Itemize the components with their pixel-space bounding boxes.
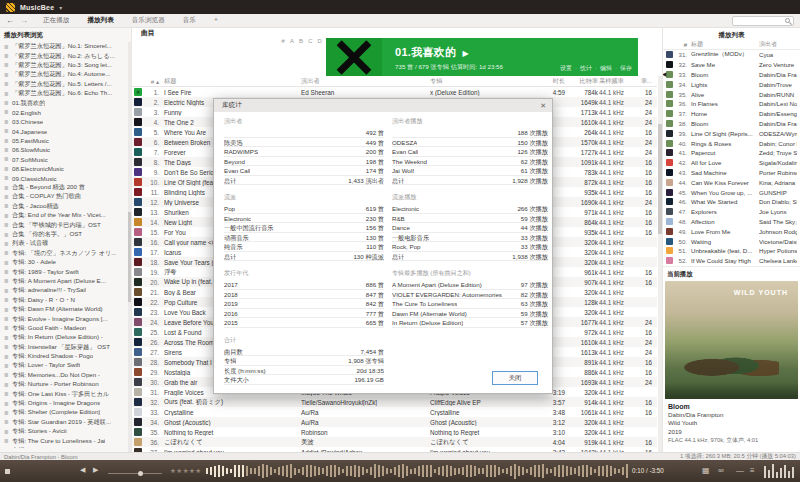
sidebar-item[interactable]: ≣列表 - 试音碟 bbox=[0, 239, 131, 248]
alphabet-letter[interactable]: C bbox=[308, 38, 312, 44]
track-row[interactable]: 36.こぼれなくて美波こぼれなくて4:04919k44.1 kHz16 bbox=[132, 437, 657, 447]
queue-row[interactable]: 40.Rings & RosesDabin; Conor B... bbox=[663, 138, 800, 148]
sidebar-item[interactable]: ≣专辑: One Last Kiss - 宇多田ヒカル bbox=[0, 389, 131, 398]
rating-stars[interactable]: ★★★★★ bbox=[170, 467, 202, 475]
sidebar-item[interactable]: ≣专辑: In Return (Deluxe Edition) - bbox=[0, 333, 131, 342]
queue-row[interactable]: 44.Can We Kiss ForeverKina; Adriana P... bbox=[663, 177, 800, 187]
banner-link[interactable]: 设置 bbox=[560, 65, 572, 71]
sidebar-item[interactable]: ≣专辑: 1989 - Taylor Swift bbox=[0, 267, 131, 276]
sidebar-item[interactable]: ≣03.Chinese bbox=[0, 117, 131, 126]
queue-row[interactable]: 34.LightsDabin/Trove bbox=[663, 79, 800, 89]
sidebar-item[interactable]: ≣「紫罗兰永恒花园」No.6: Echo Th... bbox=[0, 89, 131, 98]
alphabet-letter[interactable]: D bbox=[318, 38, 322, 44]
sidebar-item[interactable]: ≣专辑: Nurture - Porter Robinson bbox=[0, 380, 131, 389]
queue-row[interactable]: 46.What We StartedDon Diablo; St... bbox=[663, 197, 800, 207]
track-row[interactable]: 34.Ghost (Acoustic)Au/RaGhost (Acoustic)… bbox=[132, 417, 657, 427]
queue-row[interactable]: 43.Sad MachinePorter Robinson bbox=[663, 168, 800, 178]
track-row[interactable]: 33.CrystallineAu/RaCrystalline3:481061k4… bbox=[132, 407, 657, 417]
sidebar-item[interactable]: ≣01.我喜欢的 bbox=[0, 98, 131, 107]
sidebar-item[interactable]: ≣专辑: Memories...Do Not Open - bbox=[0, 371, 131, 380]
track-row[interactable]: ✕1.I See FireEd Sheeranx (Deluxe Edition… bbox=[132, 87, 657, 97]
sidebar-item[interactable]: ≣「紫罗兰永恒花园」No.1: Sincerel... bbox=[0, 42, 131, 51]
queue-row[interactable]: 32.Save MeZero Venture bbox=[663, 60, 800, 70]
forward-button[interactable]: → bbox=[20, 16, 28, 25]
sidebar-item[interactable]: ≣专辑: The Kids Concert (live) - K... bbox=[0, 446, 131, 448]
sidebar-item[interactable]: ≣「紫罗兰永恒花园」No.2: みちしる... bbox=[0, 51, 131, 60]
queue-row[interactable]: 38.BloomDabin/Dia Fra... bbox=[663, 119, 800, 129]
banner-link[interactable]: 统计 bbox=[580, 65, 592, 71]
next-track-button[interactable]: ▶ bbox=[93, 466, 98, 474]
grid-view-icon[interactable]: ▦ bbox=[702, 466, 710, 475]
sidebar-item[interactable]: ≣专辑: Star Guardian 2019 - 英雄联... bbox=[0, 418, 131, 427]
track-row[interactable]: 32.Ours (feat. 初音ミク)Tielle/SawanoHiroyuk… bbox=[132, 397, 657, 407]
queue-row[interactable]: 51.Unbreakable (feat. D...Hyper Potions/… bbox=[663, 246, 800, 256]
queue-row[interactable]: 52.If We Could Stay HighChelsea Lankes..… bbox=[663, 256, 800, 266]
chevron-down-icon[interactable]: ▾ bbox=[59, 4, 62, 11]
sidebar-item[interactable]: ≣「紫罗兰永恒花园」No.5: Letters /... bbox=[0, 80, 131, 89]
sidebar-item[interactable]: ≣07.SoftMusic bbox=[0, 155, 131, 164]
waveform-seekbar[interactable] bbox=[206, 463, 630, 479]
sidebar-item[interactable]: ≣专辑: Daisy - R・O・N bbox=[0, 296, 131, 305]
sidebar-item[interactable]: ≣专辑: Stories - Avicii bbox=[0, 427, 131, 436]
tab-+[interactable]: + bbox=[214, 16, 218, 25]
sidebar-item[interactable]: ≣「紫罗兰永恒花园」No.4: Autome... bbox=[0, 70, 131, 79]
stop-button[interactable] bbox=[5, 469, 10, 474]
queue-row[interactable]: 48.AffectionSaid The Sky; ... bbox=[663, 217, 800, 227]
queue-row[interactable]: 42.All for LoveSigala/Kodaline bbox=[663, 158, 800, 168]
sidebar-item[interactable]: ≣专辑: 30 - Adele bbox=[0, 258, 131, 267]
queue-row[interactable]: 50.WaitingVicetone/Daisy... bbox=[663, 236, 800, 246]
alphabet-letter[interactable]: B bbox=[299, 38, 303, 44]
sidebar-item[interactable]: ≣05.FastMusic bbox=[0, 136, 131, 145]
close-button[interactable]: 关闭 bbox=[492, 371, 538, 385]
sidebar-item[interactable]: ≣02.English bbox=[0, 108, 131, 117]
volume-knob[interactable] bbox=[138, 471, 143, 476]
sidebar-item[interactable]: ≣合集 - COPLAY 热门歌曲 bbox=[0, 192, 131, 201]
minimize-player-icon[interactable]: — bbox=[736, 466, 744, 475]
sidebar-item[interactable]: ≣专辑: Origins - Imagine Dragons bbox=[0, 399, 131, 408]
sidebar-item[interactable]: ≣专辑: Dawn FM (Alternate World) bbox=[0, 305, 131, 314]
previous-track-button[interactable]: ◀ bbox=[80, 466, 85, 474]
sidebar-item[interactable]: ≣专辑: The Cure to Loneliness - Jai bbox=[0, 436, 131, 445]
menu-icon[interactable]: ≡ bbox=[750, 466, 755, 475]
sidebar-item[interactable]: ≣专辑: Lover - Taylor Swift bbox=[0, 361, 131, 370]
tab-正在播放[interactable]: 正在播放 bbox=[43, 16, 69, 25]
sidebar-item[interactable]: ≣专辑: adrenaline!!! - TrySail bbox=[0, 286, 131, 295]
sidebar-item[interactable]: ≣08.ElectronicMusic bbox=[0, 164, 131, 173]
sidebar-item[interactable]: ≣合集 「你的名字。」OST bbox=[0, 230, 131, 239]
tab-播放列表[interactable]: 播放列表 bbox=[87, 16, 113, 25]
track-list-column-headers[interactable]: # ▴ 标题 演出者 专辑 时长 比特率 采样频率 率... bbox=[132, 76, 657, 87]
alphabet-letter[interactable]: A bbox=[290, 38, 294, 44]
repeat-shuffle-icon[interactable]: ∞ bbox=[718, 466, 724, 475]
banner-link[interactable]: 编辑 bbox=[600, 65, 612, 71]
sidebar-item[interactable]: ≣04.Japanese bbox=[0, 127, 131, 136]
queue-row[interactable]: 31.Grenzlinie（MODv）Cyua bbox=[663, 50, 800, 60]
queue-row[interactable]: 49.Love From MeJohnson Rodgie bbox=[663, 226, 800, 236]
sidebar-item[interactable]: ≣专辑: Shelter (Complete Edition) bbox=[0, 408, 131, 417]
dialog-title-bar[interactable]: 库统计 ✕ bbox=[214, 99, 552, 112]
sidebar-item[interactable]: ≣09.ClassicMusic bbox=[0, 173, 131, 182]
volume-slider[interactable] bbox=[108, 473, 162, 474]
sidebar-item[interactable]: ≣专辑: Good Faith - Madeon bbox=[0, 324, 131, 333]
sidebar-item[interactable]: ≣06.SlowMusic bbox=[0, 145, 131, 154]
sidebar-item[interactable]: ≣专辑: A Moment Apart (Deluxe E... bbox=[0, 277, 131, 286]
track-row[interactable]: 35.Nothing to RegretRobinsonNothing to R… bbox=[132, 427, 657, 437]
sidebar-item[interactable]: ≣合集 - Jacoo精选 bbox=[0, 202, 131, 211]
play-playlist-icon[interactable]: ▶ bbox=[462, 49, 468, 58]
tab-音乐[interactable]: 音乐 bbox=[183, 16, 196, 25]
queue-row[interactable]: 36.In FlamesDabin/Lexi No... bbox=[663, 99, 800, 109]
queue-row[interactable]: 47.ExplorersJoe Lyons bbox=[663, 207, 800, 217]
queue-column-headers[interactable]: # 标题 演出者 bbox=[663, 40, 800, 50]
sidebar-item[interactable]: ≣合集: End of the Year Mix - Vicet... bbox=[0, 211, 131, 220]
sidebar-item[interactable]: ≣合集 - Beyond 精选 200 首 bbox=[0, 183, 131, 192]
banner-link[interactable]: 保存 bbox=[620, 65, 632, 71]
sidebar-item[interactable]: ≣专辑: Kindred Shadow - Pogo bbox=[0, 352, 131, 361]
queue-row[interactable]: 37.HomeDabin/Essenger bbox=[663, 109, 800, 119]
sidebar-item[interactable]: ≣合集 「甲铁城的卡巴内瑞」OST bbox=[0, 220, 131, 229]
queue-row[interactable]: 35.AliveDabin/RUNN bbox=[663, 89, 800, 99]
sidebar-item[interactable]: ≣专辑: 「境の空」ネスカノソラ オリ... bbox=[0, 249, 131, 258]
sidebar-item[interactable]: ≣专辑: Interstellar 「星际穿越」 OST bbox=[0, 343, 131, 352]
sidebar-item[interactable]: ≣「紫罗兰永恒花园」No.3: Song let... bbox=[0, 61, 131, 70]
sidebar-item[interactable]: ≣专辑: Evolve - Imagine Dragons [... bbox=[0, 314, 131, 323]
queue-row[interactable]: ◀33.BloomDabin/Dia Fra... bbox=[663, 70, 800, 80]
queue-row[interactable]: 45.When You Grow up, ...GUNSHIP bbox=[663, 187, 800, 197]
